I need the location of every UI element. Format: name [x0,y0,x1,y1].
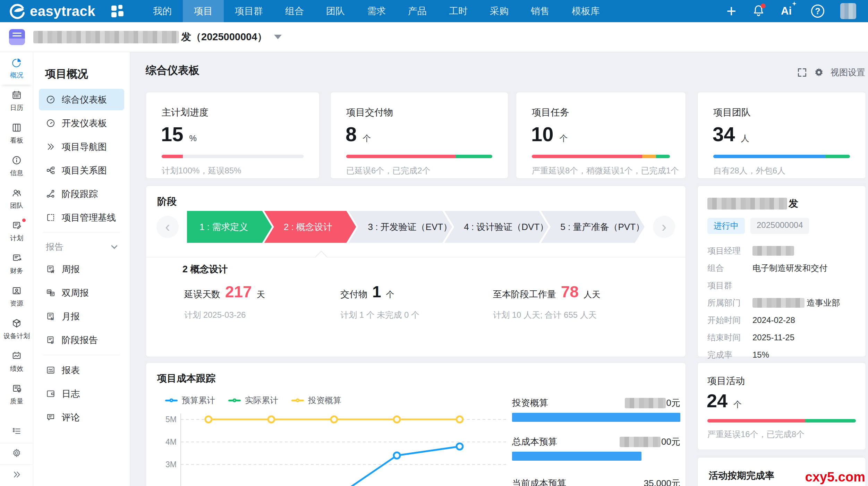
sidebar-item-label: 评论 [62,411,80,424]
sidebar-item-report-table[interactable]: 报表 [39,359,124,381]
card-unit: % [189,134,197,143]
sidebar-item-stage-report[interactable]: D阶段报告 [39,329,124,351]
svg-text:W: W [51,270,54,274]
rail-footer-settings[interactable] [0,443,33,464]
nav-item-project[interactable]: 项目 [183,0,224,22]
legend-marker [291,400,304,401]
sidebar-item-comment[interactable]: 评论 [39,407,124,428]
rail-item-label: 质量 [10,397,23,406]
svg-text:M: M [51,317,54,321]
rail-item-performance[interactable]: 绩效 [0,346,33,378]
view-gear-icon[interactable] [814,67,824,78]
stage-3-chevron[interactable]: 3 : 开发验证（EVT） [348,211,452,243]
stage-2-chevron[interactable]: 2 : 概念设计 [264,211,356,243]
legend-label: 投资概算 [308,395,341,406]
nav-item-template-library[interactable]: 模板库 [561,0,611,22]
user-avatar[interactable] [840,3,856,19]
rail-item-label: 绩效 [10,364,23,373]
stage-4-chevron[interactable]: 4 : 设计验证（DVT） [444,211,548,243]
sidebar-item-weekly-report[interactable]: W周报 [39,258,124,280]
progress-segment [805,419,856,423]
nav-item-timesheet[interactable]: 工时 [438,0,479,22]
notifications-bell-icon[interactable] [752,4,765,18]
sidebar-item-project-relation[interactable]: 项目关系图 [39,160,124,181]
apps-grid-icon[interactable] [111,5,124,17]
card-value: 24 [707,391,727,410]
sidebar-title: 项目概况 [45,67,130,81]
rail-item-resource[interactable]: 资源 [0,280,33,313]
help-icon[interactable]: ? [811,5,824,18]
sidebar-item-composite-dashboard[interactable]: 综合仪表板 [39,89,124,110]
legend-item[interactable]: 实际累计 [228,395,278,406]
field-label: 项目经理 [707,245,752,256]
finance-icon [11,253,22,263]
nav-item-procurement[interactable]: 采购 [479,0,520,22]
info-field: 所属部门 造事业部 [707,294,859,312]
stage-next-button[interactable]: › [653,216,675,238]
info-field: 项目群 [707,277,859,294]
rail-item-plan[interactable]: 计划 [0,215,33,248]
stat-card-master-progress: 主计划进度 15 % 计划100%，延误85% [146,92,320,179]
view-tools: 视图设置 [797,67,865,78]
notification-dot [761,3,766,8]
redacted-amount [625,398,666,408]
rail-item-equipment-plan[interactable]: 设备计划 [0,313,33,346]
sidebar-item-monthly-report[interactable]: M月报 [39,306,124,327]
rail-item-overview[interactable]: 概况 [0,52,33,85]
sparkle-icon [792,1,797,6]
project-header-bar: 发（2025000004） [0,22,868,52]
budget-row: 总成本预算 00元 [512,436,680,448]
sidebar-item-project-baseline[interactable]: 项目管理基线 [39,207,124,228]
nav-item-program[interactable]: 项目群 [224,0,274,22]
nav-item-my[interactable]: 我的 [142,0,183,22]
nav-item-product[interactable]: 产品 [397,0,438,22]
stat-card-tasks: 项目任务 10 个 严重延误8个，稍微延误1个，已完成1个 [516,92,686,179]
log-icon [46,389,56,399]
report-m-icon: M [46,312,56,321]
sidebar-item-project-navigation[interactable]: 项目导航图 [39,136,124,157]
legend-label: 预算累计 [182,395,215,406]
rail-footer-collapse[interactable] [0,464,33,486]
rail-item-calendar[interactable]: 日历 [0,85,33,117]
nav-item-portfolio[interactable]: 组合 [274,0,315,22]
card-caption: 计划100%，延误85% [162,165,304,176]
rail-footer-list[interactable] [0,421,33,443]
budget-row: 投资概算 0元 [512,397,680,409]
fullscreen-icon[interactable] [797,67,807,78]
logo-icon [9,3,25,19]
rail-item-quality[interactable]: 质量 [0,378,33,411]
gear-icon [12,448,22,458]
legend-item[interactable]: 预算累计 [165,395,215,406]
sidebar-item-log[interactable]: 日志 [39,383,124,404]
stage-prev-button[interactable]: ‹ [156,216,179,238]
quality-icon [11,383,22,394]
project-title-suffix: 发（2025000004） [181,30,267,44]
card-label: 项目交付物 [346,106,508,119]
ai-assistant-icon[interactable]: Ai [781,5,795,17]
divider [43,355,120,355]
cost-card-title: 项目成本跟踪 [157,372,215,385]
sidebar-group-reports[interactable]: 报告 [39,237,124,256]
gauge-icon [46,95,56,104]
rail-item-finance[interactable]: 财务 [0,248,33,280]
nav-item-sales[interactable]: 销售 [520,0,561,22]
stage-1-chevron[interactable]: 1 : 需求定义 [187,211,272,243]
rail-item-kanban[interactable]: 看板 [0,117,33,150]
progress-bar [532,155,670,158]
chevron-down-icon [111,242,117,249]
project-title-dropdown[interactable]: 发（2025000004） [33,30,282,44]
view-settings-label[interactable]: 视图设置 [831,67,865,78]
nav-item-requirement[interactable]: 需求 [356,0,397,22]
legend-item[interactable]: 投资概算 [291,395,341,406]
sidebar-item-biweekly-report[interactable]: W双周报 [39,282,124,304]
stage-5-chevron[interactable]: 5 : 量产准备（PVT） [541,211,645,243]
rail-item-info[interactable]: 信息 [0,150,33,182]
info-badges: 进行中 2025000004 [707,218,809,234]
nav-item-team[interactable]: 团队 [315,0,356,22]
svg-text:3M: 3M [165,460,177,469]
create-plus-icon[interactable]: + [726,4,736,18]
rail-item-team[interactable]: 团队 [0,182,33,215]
app-logo[interactable]: easytrack [9,3,95,19]
sidebar-item-dev-dashboard[interactable]: 开发仪表板 [39,112,124,134]
sidebar-item-stage-tracking[interactable]: 阶段跟踪 [39,183,124,205]
